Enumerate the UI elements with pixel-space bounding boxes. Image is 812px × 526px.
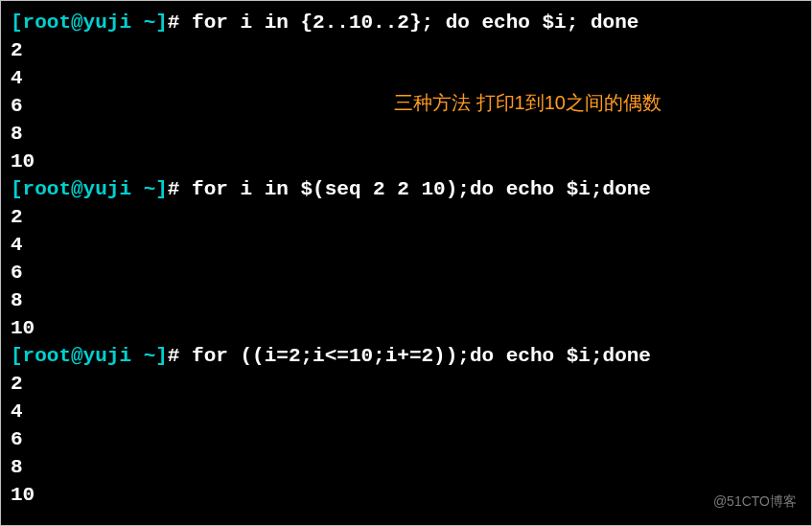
bracket-open: [ [11,178,23,200]
command-3: for ((i=2;i<=10;i+=2));do echo $i;done [192,345,651,367]
output-line: 2 [11,203,801,231]
prompt-user-host: root@yuji ~ [23,11,156,34]
output-line: 10 [11,481,801,509]
output-line: 2 [11,370,801,398]
prompt-hash: # [168,345,192,367]
command-2: for i in $(seq 2 2 10);do echo $i;done [192,178,651,200]
prompt-hash: # [168,178,192,200]
output-line: 10 [11,314,801,342]
prompt-user-host: root@yuji ~ [23,345,156,367]
command-1: for i in {2..10..2}; do echo $i; done [192,11,638,34]
bracket-open: [ [11,345,23,367]
output-line: 4 [11,231,801,259]
output-line: 8 [11,286,801,314]
output-line: 6 [11,259,801,286]
prompt-line-2: [root@yuji ~]# for i in $(seq 2 2 10);do… [11,175,801,203]
prompt-line-3: [root@yuji ~]# for ((i=2;i<=10;i+=2));do… [11,342,801,370]
bracket-close: ] [155,11,168,34]
output-line: 4 [11,398,801,425]
output-line: 4 [11,64,801,92]
output-line: 8 [11,453,801,481]
prompt-hash: # [168,11,192,34]
output-line: 10 [11,148,801,175]
output-line: 6 [11,425,801,453]
watermark: @51CTO博客 [713,488,797,515]
bracket-open: [ [11,11,23,34]
bracket-close: ] [155,178,168,200]
bracket-close: ] [155,345,168,367]
output-line: 2 [11,36,801,64]
prompt-line-1: [root@yuji ~]# for i in {2..10..2}; do e… [11,9,801,36]
prompt-user-host: root@yuji ~ [23,178,156,200]
output-line: 8 [11,120,801,148]
annotation-text: 三种方法 打印1到10之间的偶数 [394,91,661,114]
terminal[interactable]: [root@yuji ~]# for i in {2..10..2}; do e… [11,9,801,509]
